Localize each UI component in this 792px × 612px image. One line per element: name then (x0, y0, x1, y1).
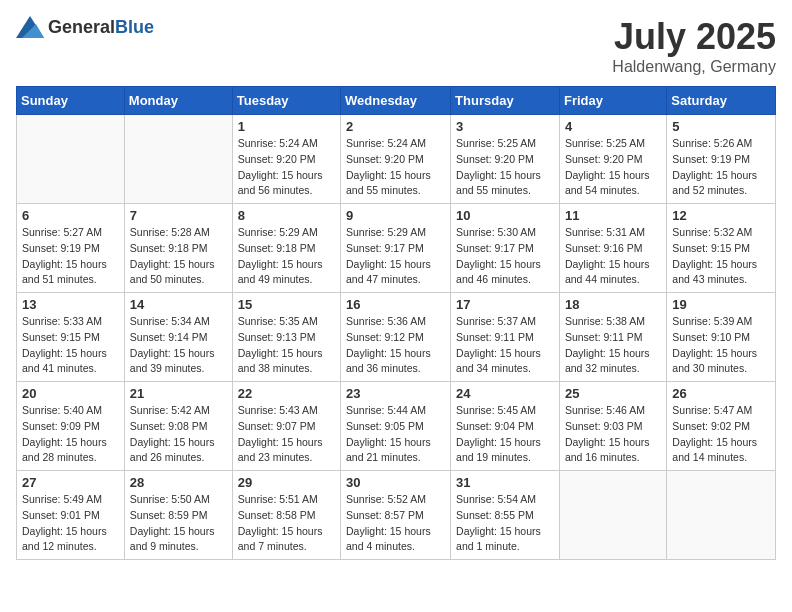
col-sunday: Sunday (17, 87, 125, 115)
col-tuesday: Tuesday (232, 87, 340, 115)
day-number: 26 (672, 386, 770, 401)
calendar-week-row: 20Sunrise: 5:40 AMSunset: 9:09 PMDayligh… (17, 382, 776, 471)
day-number: 30 (346, 475, 445, 490)
table-row: 5Sunrise: 5:26 AMSunset: 9:19 PMDaylight… (667, 115, 776, 204)
day-number: 10 (456, 208, 554, 223)
col-wednesday: Wednesday (341, 87, 451, 115)
day-info: Sunrise: 5:31 AMSunset: 9:16 PMDaylight:… (565, 225, 661, 288)
day-info: Sunrise: 5:45 AMSunset: 9:04 PMDaylight:… (456, 403, 554, 466)
day-info: Sunrise: 5:24 AMSunset: 9:20 PMDaylight:… (238, 136, 335, 199)
day-info: Sunrise: 5:52 AMSunset: 8:57 PMDaylight:… (346, 492, 445, 555)
day-info: Sunrise: 5:37 AMSunset: 9:11 PMDaylight:… (456, 314, 554, 377)
table-row: 6Sunrise: 5:27 AMSunset: 9:19 PMDaylight… (17, 204, 125, 293)
day-info: Sunrise: 5:27 AMSunset: 9:19 PMDaylight:… (22, 225, 119, 288)
table-row: 1Sunrise: 5:24 AMSunset: 9:20 PMDaylight… (232, 115, 340, 204)
day-info: Sunrise: 5:24 AMSunset: 9:20 PMDaylight:… (346, 136, 445, 199)
calendar-week-row: 27Sunrise: 5:49 AMSunset: 9:01 PMDayligh… (17, 471, 776, 560)
table-row: 17Sunrise: 5:37 AMSunset: 9:11 PMDayligh… (451, 293, 560, 382)
table-row: 4Sunrise: 5:25 AMSunset: 9:20 PMDaylight… (559, 115, 666, 204)
day-info: Sunrise: 5:49 AMSunset: 9:01 PMDaylight:… (22, 492, 119, 555)
table-row: 8Sunrise: 5:29 AMSunset: 9:18 PMDaylight… (232, 204, 340, 293)
day-number: 21 (130, 386, 227, 401)
table-row: 18Sunrise: 5:38 AMSunset: 9:11 PMDayligh… (559, 293, 666, 382)
day-info: Sunrise: 5:40 AMSunset: 9:09 PMDaylight:… (22, 403, 119, 466)
logo-icon (16, 16, 44, 38)
day-number: 12 (672, 208, 770, 223)
day-number: 29 (238, 475, 335, 490)
col-monday: Monday (124, 87, 232, 115)
day-info: Sunrise: 5:47 AMSunset: 9:02 PMDaylight:… (672, 403, 770, 466)
table-row: 27Sunrise: 5:49 AMSunset: 9:01 PMDayligh… (17, 471, 125, 560)
day-info: Sunrise: 5:29 AMSunset: 9:17 PMDaylight:… (346, 225, 445, 288)
table-row: 7Sunrise: 5:28 AMSunset: 9:18 PMDaylight… (124, 204, 232, 293)
day-number: 6 (22, 208, 119, 223)
logo-blue-text: Blue (115, 17, 154, 37)
day-number: 16 (346, 297, 445, 312)
table-row: 22Sunrise: 5:43 AMSunset: 9:07 PMDayligh… (232, 382, 340, 471)
page-header: GeneralBlue July 2025 Haldenwang, German… (16, 16, 776, 76)
table-row: 24Sunrise: 5:45 AMSunset: 9:04 PMDayligh… (451, 382, 560, 471)
day-number: 3 (456, 119, 554, 134)
table-row (124, 115, 232, 204)
day-number: 7 (130, 208, 227, 223)
table-row: 19Sunrise: 5:39 AMSunset: 9:10 PMDayligh… (667, 293, 776, 382)
table-row: 12Sunrise: 5:32 AMSunset: 9:15 PMDayligh… (667, 204, 776, 293)
calendar-week-row: 13Sunrise: 5:33 AMSunset: 9:15 PMDayligh… (17, 293, 776, 382)
day-number: 15 (238, 297, 335, 312)
day-number: 8 (238, 208, 335, 223)
day-info: Sunrise: 5:54 AMSunset: 8:55 PMDaylight:… (456, 492, 554, 555)
table-row: 9Sunrise: 5:29 AMSunset: 9:17 PMDaylight… (341, 204, 451, 293)
title-block: July 2025 Haldenwang, Germany (612, 16, 776, 76)
day-number: 17 (456, 297, 554, 312)
day-number: 5 (672, 119, 770, 134)
table-row: 21Sunrise: 5:42 AMSunset: 9:08 PMDayligh… (124, 382, 232, 471)
table-row: 2Sunrise: 5:24 AMSunset: 9:20 PMDaylight… (341, 115, 451, 204)
day-number: 20 (22, 386, 119, 401)
day-number: 25 (565, 386, 661, 401)
month-title: July 2025 (612, 16, 776, 58)
location-title: Haldenwang, Germany (612, 58, 776, 76)
day-info: Sunrise: 5:25 AMSunset: 9:20 PMDaylight:… (456, 136, 554, 199)
table-row: 25Sunrise: 5:46 AMSunset: 9:03 PMDayligh… (559, 382, 666, 471)
table-row: 14Sunrise: 5:34 AMSunset: 9:14 PMDayligh… (124, 293, 232, 382)
day-info: Sunrise: 5:26 AMSunset: 9:19 PMDaylight:… (672, 136, 770, 199)
day-number: 18 (565, 297, 661, 312)
calendar-header-row: Sunday Monday Tuesday Wednesday Thursday… (17, 87, 776, 115)
table-row: 20Sunrise: 5:40 AMSunset: 9:09 PMDayligh… (17, 382, 125, 471)
calendar-table: Sunday Monday Tuesday Wednesday Thursday… (16, 86, 776, 560)
table-row: 15Sunrise: 5:35 AMSunset: 9:13 PMDayligh… (232, 293, 340, 382)
day-info: Sunrise: 5:35 AMSunset: 9:13 PMDaylight:… (238, 314, 335, 377)
day-info: Sunrise: 5:39 AMSunset: 9:10 PMDaylight:… (672, 314, 770, 377)
calendar-week-row: 1Sunrise: 5:24 AMSunset: 9:20 PMDaylight… (17, 115, 776, 204)
day-info: Sunrise: 5:30 AMSunset: 9:17 PMDaylight:… (456, 225, 554, 288)
col-friday: Friday (559, 87, 666, 115)
table-row: 28Sunrise: 5:50 AMSunset: 8:59 PMDayligh… (124, 471, 232, 560)
day-number: 31 (456, 475, 554, 490)
day-number: 13 (22, 297, 119, 312)
day-number: 22 (238, 386, 335, 401)
day-info: Sunrise: 5:51 AMSunset: 8:58 PMDaylight:… (238, 492, 335, 555)
table-row: 31Sunrise: 5:54 AMSunset: 8:55 PMDayligh… (451, 471, 560, 560)
day-info: Sunrise: 5:46 AMSunset: 9:03 PMDaylight:… (565, 403, 661, 466)
day-info: Sunrise: 5:34 AMSunset: 9:14 PMDaylight:… (130, 314, 227, 377)
day-number: 1 (238, 119, 335, 134)
day-number: 4 (565, 119, 661, 134)
day-info: Sunrise: 5:50 AMSunset: 8:59 PMDaylight:… (130, 492, 227, 555)
logo: GeneralBlue (16, 16, 154, 38)
table-row: 26Sunrise: 5:47 AMSunset: 9:02 PMDayligh… (667, 382, 776, 471)
table-row (17, 115, 125, 204)
table-row: 30Sunrise: 5:52 AMSunset: 8:57 PMDayligh… (341, 471, 451, 560)
day-number: 28 (130, 475, 227, 490)
day-number: 24 (456, 386, 554, 401)
day-info: Sunrise: 5:32 AMSunset: 9:15 PMDaylight:… (672, 225, 770, 288)
day-info: Sunrise: 5:44 AMSunset: 9:05 PMDaylight:… (346, 403, 445, 466)
logo-general-text: General (48, 17, 115, 37)
table-row (559, 471, 666, 560)
day-info: Sunrise: 5:25 AMSunset: 9:20 PMDaylight:… (565, 136, 661, 199)
day-number: 11 (565, 208, 661, 223)
day-info: Sunrise: 5:28 AMSunset: 9:18 PMDaylight:… (130, 225, 227, 288)
day-info: Sunrise: 5:36 AMSunset: 9:12 PMDaylight:… (346, 314, 445, 377)
table-row: 11Sunrise: 5:31 AMSunset: 9:16 PMDayligh… (559, 204, 666, 293)
day-info: Sunrise: 5:33 AMSunset: 9:15 PMDaylight:… (22, 314, 119, 377)
day-number: 27 (22, 475, 119, 490)
